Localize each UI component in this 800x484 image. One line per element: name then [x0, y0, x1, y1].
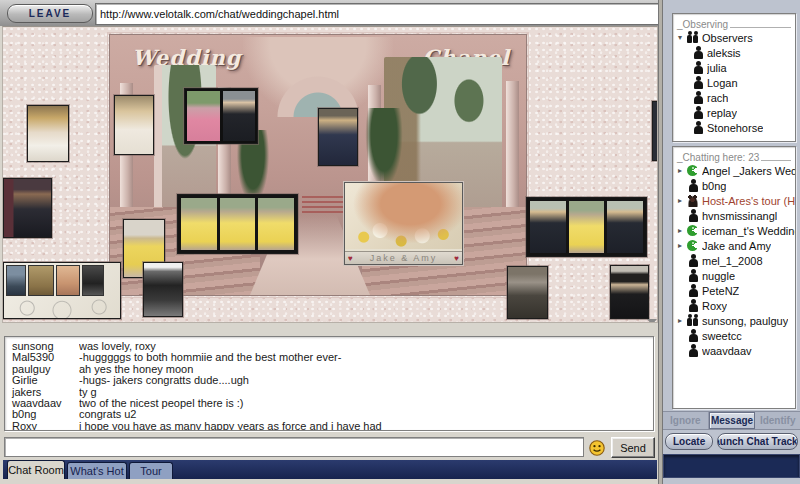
- room-tab[interactable]: Chat Room: [7, 460, 65, 479]
- expand-icon[interactable]: [676, 227, 684, 235]
- person-icon: [692, 76, 704, 89]
- heart-icon: ♥: [348, 254, 353, 263]
- person-icon: [692, 61, 704, 74]
- observer-row[interactable]: replay: [673, 105, 795, 120]
- photo-cell-yellow-dress: [569, 201, 605, 253]
- observing-panel: _Observing Observers aleksis: [672, 13, 796, 142]
- member-photo-couple[interactable]: [184, 88, 258, 144]
- column-decor: [506, 81, 519, 227]
- person-icon: [687, 344, 699, 357]
- expand-icon[interactable]: [676, 242, 684, 250]
- chatting-name: mel_1_2008: [702, 255, 763, 267]
- chatting-name: sweetcc: [702, 330, 742, 342]
- wedding-rings-photo: [345, 183, 462, 249]
- launch-chat-tracker-button[interactable]: Launch Chat Tracker: [717, 433, 798, 450]
- chatting-list: Angel _Jakers Weddin b0ng Host-Ares's to…: [673, 163, 795, 358]
- photo-cell-yellow-dress: [258, 198, 294, 250]
- room-tab[interactable]: Tour: [129, 462, 173, 479]
- photo-cell-pink-dress: [187, 91, 220, 141]
- send-button[interactable]: Send: [611, 437, 655, 458]
- heart-icon: ♥: [454, 254, 459, 263]
- chatting-row[interactable]: Host-Ares's tour (Hos: [673, 193, 795, 208]
- observer-row[interactable]: aleksis: [673, 45, 795, 60]
- chatting-row[interactable]: Jake and Amy: [673, 238, 795, 253]
- photo-collage[interactable]: [3, 262, 121, 319]
- chatting-name: Host-Ares's tour (Hos: [702, 195, 795, 207]
- chatting-row[interactable]: PeteNZ: [673, 283, 795, 298]
- person-icon: [692, 106, 704, 119]
- member-photo-gray-man[interactable]: [507, 266, 548, 319]
- chatting-row[interactable]: sunsong, paulguy: [673, 313, 795, 328]
- chat-message: two of the nicest peopel there is :): [79, 398, 653, 409]
- observer-row[interactable]: Logan: [673, 75, 795, 90]
- people-icon: [687, 31, 699, 44]
- chatting-label-text: _Chatting here: 23: [677, 152, 759, 163]
- collage-thumb: [82, 265, 104, 296]
- chatting-name: waavdaav: [702, 345, 752, 357]
- observer-row[interactable]: julia: [673, 60, 795, 75]
- observing-label-text: _Observing: [677, 19, 728, 30]
- message-input[interactable]: [4, 437, 584, 457]
- smiley-icon: [589, 440, 605, 456]
- sidebar-tab[interactable]: Identify: [755, 412, 800, 429]
- chatting-name: Jake and Amy: [702, 240, 771, 252]
- chatting-row[interactable]: sweetcc: [673, 328, 795, 343]
- chatting-name: hvnsmissinangl: [702, 210, 777, 222]
- chatting-row[interactable]: mel_1_2008: [673, 253, 795, 268]
- chatting-label: _Chatting here: 23: [673, 147, 795, 163]
- chatting-row[interactable]: b0ng: [673, 178, 795, 193]
- chatting-name: nuggle: [702, 270, 735, 282]
- expand-icon[interactable]: [676, 317, 684, 325]
- sidebar-tab[interactable]: Message: [709, 412, 756, 429]
- chatting-row[interactable]: waavdaav: [673, 343, 795, 358]
- jake-amy-photo[interactable]: ♥ Jake & Amy ♥: [344, 182, 463, 265]
- member-photo-hat-man[interactable]: [610, 265, 649, 319]
- chatting-row[interactable]: hvnsmissinangl: [673, 208, 795, 223]
- room-tab[interactable]: What's Hot: [67, 462, 127, 479]
- leave-button[interactable]: LEAVE: [7, 4, 93, 23]
- member-photo-bride[interactable]: [114, 95, 154, 155]
- collage-thumb: [28, 265, 54, 296]
- pacman-icon: [687, 239, 699, 252]
- observer-name: julia: [707, 62, 727, 74]
- chat-row: jakers ty g: [5, 387, 653, 398]
- observing-label: _Observing: [673, 14, 795, 30]
- chat-row: paulguy ah yes the honey moon: [5, 364, 653, 375]
- person-icon: [687, 269, 699, 282]
- observers-root-label: Observers: [702, 32, 753, 44]
- sidebar-tab[interactable]: Ignore: [663, 412, 709, 429]
- collage-thumbnails: [6, 265, 104, 296]
- observer-row[interactable]: rach: [673, 90, 795, 105]
- collapse-icon[interactable]: [676, 34, 684, 42]
- expand-icon[interactable]: [676, 167, 684, 175]
- photo-strip-bridesmaids[interactable]: [177, 194, 298, 254]
- chat-log[interactable]: sunsong was lovely, roxy Mal5390 -hugggg…: [4, 336, 654, 431]
- chatting-row[interactable]: nuggle: [673, 268, 795, 283]
- photo-cell-yellow-dress: [181, 198, 217, 250]
- expand-icon[interactable]: [676, 197, 684, 205]
- chatting-row[interactable]: iceman_t's Wedding P: [673, 223, 795, 238]
- observer-row[interactable]: Stonehorse: [673, 120, 795, 135]
- member-photo-bw-woman[interactable]: [143, 262, 183, 317]
- observers-root-row[interactable]: Observers: [673, 30, 795, 45]
- chatting-row[interactable]: Roxy: [673, 298, 795, 313]
- scroll-down-arrow[interactable]: [647, 319, 657, 323]
- label-rule: [730, 27, 791, 28]
- chatting-row[interactable]: Angel _Jakers Weddin: [673, 163, 795, 178]
- emoji-button[interactable]: [589, 440, 605, 456]
- chat-row: Mal5390 -hugggggs to both hommiie and th…: [5, 352, 653, 363]
- person-icon: [687, 284, 699, 297]
- chatting-name: Roxy: [702, 300, 727, 312]
- photo-cell-yellow-dress: [220, 198, 256, 250]
- sidebar-buttons: Locate Launch Chat Tracker: [663, 431, 800, 452]
- chat-row: b0ng congrats u2: [5, 409, 653, 420]
- chat-message: -hugggggs to both hommiie and the best m…: [79, 352, 653, 363]
- chat-username: Girlie: [5, 375, 79, 386]
- member-photo-woman-suit[interactable]: [318, 108, 358, 166]
- photo-strip-groomsmen[interactable]: [526, 197, 647, 257]
- locate-button[interactable]: Locate: [665, 433, 713, 450]
- url-input[interactable]: [96, 8, 746, 20]
- member-photo-man-suit[interactable]: [3, 178, 52, 238]
- velotalk-chat-window: LEAVE Wedding Chapel: [0, 0, 800, 484]
- member-photo-blonde[interactable]: [27, 105, 69, 162]
